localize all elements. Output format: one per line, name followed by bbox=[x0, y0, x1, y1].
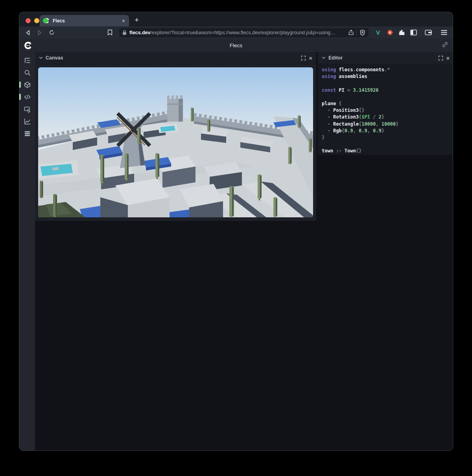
url-text: flecs.dev/explorer/?local=true&wasm=http… bbox=[129, 30, 346, 35]
chevron-down-icon[interactable] bbox=[39, 56, 43, 60]
sidebar-item-editor[interactable] bbox=[19, 93, 35, 101]
browser-window: Flecs × + flecs.dev/explorer/?local=true… bbox=[19, 12, 453, 451]
divider bbox=[356, 30, 357, 35]
sidebar-item-inspect[interactable] bbox=[19, 105, 35, 113]
sidebar bbox=[19, 52, 35, 451]
fullscreen-icon[interactable] bbox=[301, 56, 306, 61]
reload-icon[interactable] bbox=[47, 28, 56, 37]
tab-title: Flecs bbox=[53, 18, 65, 24]
sidebar-item-entities[interactable] bbox=[19, 80, 35, 89]
page-title: Flecs bbox=[19, 43, 453, 48]
close-icon[interactable]: × bbox=[446, 55, 450, 61]
tower bbox=[167, 97, 183, 122]
new-tab-button[interactable]: + bbox=[135, 16, 139, 24]
forward-icon[interactable] bbox=[35, 28, 44, 37]
workspace: Canvas × bbox=[35, 52, 453, 451]
browser-toolbar: flecs.dev/explorer/?local=true&wasm=http… bbox=[19, 26, 453, 39]
url-bar[interactable]: flecs.dev/explorer/?local=true&wasm=http… bbox=[119, 28, 369, 37]
app-header: Flecs bbox=[19, 39, 453, 52]
inspect-icon bbox=[24, 106, 31, 113]
canvas-panel: Canvas × bbox=[35, 52, 316, 221]
close-icon[interactable]: × bbox=[309, 55, 312, 61]
close-window-button[interactable] bbox=[26, 18, 31, 23]
code-block: using flecs.components.*using assemblies… bbox=[322, 67, 453, 155]
cube-icon bbox=[24, 81, 31, 89]
menu-icon[interactable] bbox=[439, 28, 449, 37]
sidebar-item-stats[interactable] bbox=[19, 117, 35, 126]
search-icon bbox=[24, 69, 31, 76]
red-extension-icon[interactable] bbox=[385, 28, 395, 37]
back-icon[interactable] bbox=[23, 28, 33, 37]
sidebar-item-search[interactable] bbox=[19, 68, 35, 77]
sidebar-item-tables[interactable] bbox=[19, 129, 35, 138]
share-icon[interactable] bbox=[348, 30, 354, 35]
sidebar-toggle-icon[interactable] bbox=[409, 28, 418, 37]
tab-bar: Flecs × + bbox=[19, 12, 453, 26]
fullscreen-icon[interactable] bbox=[438, 56, 443, 61]
editor-panel: Editor × using flecs.components.*using a… bbox=[318, 52, 453, 155]
vue-extension-icon[interactable]: V bbox=[373, 28, 383, 37]
active-indicator bbox=[19, 94, 21, 100]
url-path: /explorer/?local=true&wasm=https://www.f… bbox=[151, 30, 336, 35]
sidebar-item-tree[interactable] bbox=[19, 56, 35, 65]
editor-panel-title: Editor bbox=[328, 55, 343, 61]
brave-shield-icon[interactable] bbox=[360, 30, 365, 36]
browser-tab-flecs[interactable]: Flecs × bbox=[40, 15, 129, 26]
wallet-icon[interactable] bbox=[424, 28, 433, 37]
active-indicator bbox=[19, 81, 21, 88]
chart-icon bbox=[24, 118, 31, 125]
town-3d-scene bbox=[38, 67, 313, 217]
lock-icon bbox=[122, 30, 127, 35]
chevron-down-icon[interactable] bbox=[322, 56, 326, 60]
traffic-lights bbox=[26, 18, 48, 23]
permalink-icon[interactable] bbox=[442, 41, 448, 49]
bookmark-icon[interactable] bbox=[105, 28, 114, 37]
tab-close-icon[interactable]: × bbox=[122, 18, 125, 24]
code-icon bbox=[24, 93, 31, 101]
rows-icon bbox=[24, 130, 31, 137]
canvas-panel-title: Canvas bbox=[46, 55, 63, 61]
canvas-3d-viewport[interactable] bbox=[38, 67, 313, 217]
code-editor-area[interactable]: using flecs.components.*using assemblies… bbox=[318, 64, 453, 155]
url-host: flecs.dev bbox=[129, 30, 151, 35]
minimize-window-button[interactable] bbox=[34, 18, 39, 23]
zoom-window-button[interactable] bbox=[43, 18, 48, 23]
puzzle-extension-icon[interactable] bbox=[397, 28, 406, 37]
